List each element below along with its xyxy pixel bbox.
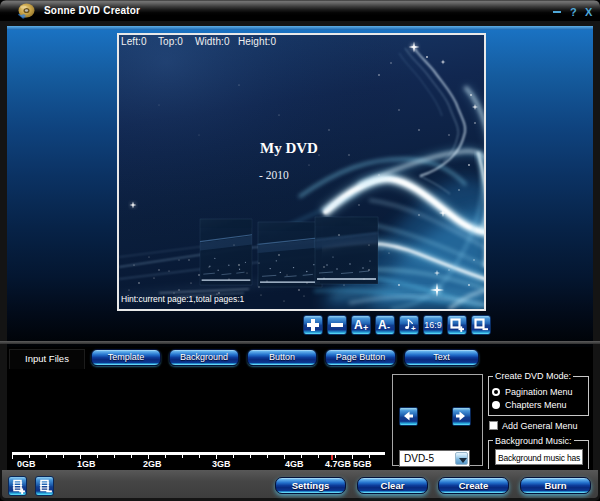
svg-text:A: A bbox=[378, 318, 387, 332]
svg-text:+: + bbox=[363, 323, 368, 333]
svg-text:-: - bbox=[387, 322, 390, 332]
svg-text:+: + bbox=[411, 324, 416, 333]
svg-text:A: A bbox=[354, 318, 363, 332]
